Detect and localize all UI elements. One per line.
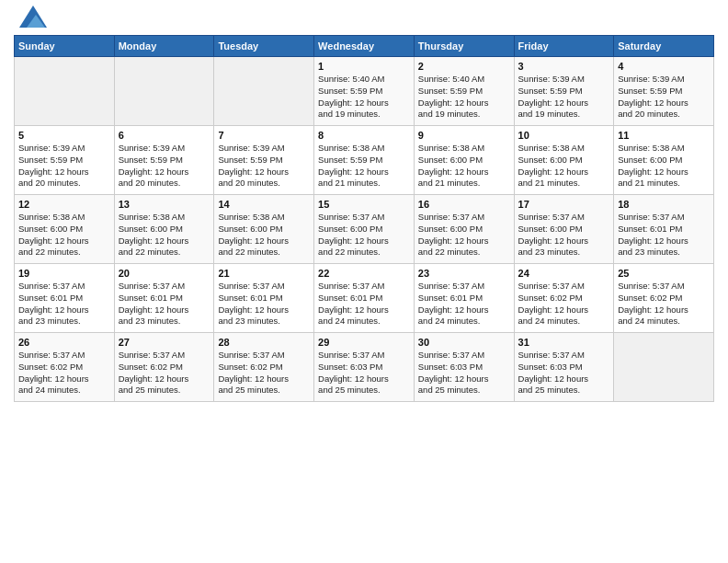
calendar-body: 1Sunrise: 5:40 AMSunset: 5:59 PMDaylight… <box>15 57 714 402</box>
day-cell <box>114 57 214 126</box>
day-info: Sunrise: 5:37 AMSunset: 6:03 PMDaylight:… <box>418 350 510 396</box>
header-cell-tuesday: Tuesday <box>214 36 314 57</box>
day-info: Sunrise: 5:37 AMSunset: 6:02 PMDaylight:… <box>518 281 610 327</box>
day-info: Sunrise: 5:37 AMSunset: 6:03 PMDaylight:… <box>318 350 410 396</box>
day-info: Sunrise: 5:37 AMSunset: 6:00 PMDaylight:… <box>318 212 410 259</box>
day-number: 4 <box>618 61 710 72</box>
day-number: 23 <box>418 268 510 279</box>
day-cell: 30Sunrise: 5:37 AMSunset: 6:03 PMDayligh… <box>414 333 514 402</box>
day-number: 25 <box>618 268 710 279</box>
day-info: Sunrise: 5:39 AMSunset: 5:59 PMDaylight:… <box>618 74 710 121</box>
day-info: Sunrise: 5:37 AMSunset: 6:01 PMDaylight:… <box>218 281 310 327</box>
day-cell: 12Sunrise: 5:38 AMSunset: 6:00 PMDayligh… <box>15 195 115 264</box>
day-cell <box>614 333 714 402</box>
day-info: Sunrise: 5:38 AMSunset: 6:00 PMDaylight:… <box>518 143 610 190</box>
header-cell-saturday: Saturday <box>614 36 714 57</box>
calendar-table: SundayMondayTuesdayWednesdayThursdayFrid… <box>14 35 714 402</box>
header-row: SundayMondayTuesdayWednesdayThursdayFrid… <box>15 36 714 57</box>
calendar-header: SundayMondayTuesdayWednesdayThursdayFrid… <box>15 36 714 57</box>
day-info: Sunrise: 5:39 AMSunset: 5:59 PMDaylight:… <box>218 143 310 190</box>
header <box>14 9 714 28</box>
day-cell: 10Sunrise: 5:38 AMSunset: 6:00 PMDayligh… <box>514 126 614 195</box>
day-number: 10 <box>518 130 610 141</box>
day-cell: 5Sunrise: 5:39 AMSunset: 5:59 PMDaylight… <box>15 126 115 195</box>
day-number: 15 <box>318 199 410 210</box>
day-number: 7 <box>218 130 310 141</box>
day-info: Sunrise: 5:39 AMSunset: 5:59 PMDaylight:… <box>518 74 610 121</box>
day-number: 2 <box>418 61 510 72</box>
logo-icon <box>19 6 47 28</box>
day-info: Sunrise: 5:37 AMSunset: 6:01 PMDaylight:… <box>418 281 510 327</box>
day-cell <box>214 57 314 126</box>
day-number: 11 <box>618 130 710 141</box>
day-number: 24 <box>518 268 610 279</box>
day-cell: 1Sunrise: 5:40 AMSunset: 5:59 PMDaylight… <box>314 57 415 126</box>
day-number: 1 <box>318 61 410 72</box>
day-info: Sunrise: 5:38 AMSunset: 6:00 PMDaylight:… <box>119 212 210 259</box>
day-number: 31 <box>518 337 610 348</box>
day-cell <box>15 57 115 126</box>
day-cell: 15Sunrise: 5:37 AMSunset: 6:00 PMDayligh… <box>314 195 415 264</box>
day-info: Sunrise: 5:38 AMSunset: 6:00 PMDaylight:… <box>218 212 310 259</box>
day-number: 19 <box>18 268 110 279</box>
day-number: 13 <box>119 199 210 210</box>
day-info: Sunrise: 5:39 AMSunset: 5:59 PMDaylight:… <box>18 143 110 190</box>
day-cell: 17Sunrise: 5:37 AMSunset: 6:00 PMDayligh… <box>514 195 614 264</box>
day-cell: 9Sunrise: 5:38 AMSunset: 6:00 PMDaylight… <box>414 126 514 195</box>
day-number: 16 <box>418 199 510 210</box>
day-number: 21 <box>218 268 310 279</box>
day-cell: 14Sunrise: 5:38 AMSunset: 6:00 PMDayligh… <box>214 195 314 264</box>
day-info: Sunrise: 5:38 AMSunset: 6:00 PMDaylight:… <box>418 143 510 190</box>
page: SundayMondayTuesdayWednesdayThursdayFrid… <box>0 0 728 563</box>
header-cell-wednesday: Wednesday <box>314 36 415 57</box>
day-cell: 6Sunrise: 5:39 AMSunset: 5:59 PMDaylight… <box>114 126 214 195</box>
day-number: 14 <box>218 199 310 210</box>
day-info: Sunrise: 5:38 AMSunset: 6:00 PMDaylight:… <box>18 212 110 259</box>
day-info: Sunrise: 5:38 AMSunset: 5:59 PMDaylight:… <box>318 143 410 190</box>
day-cell: 2Sunrise: 5:40 AMSunset: 5:59 PMDaylight… <box>414 57 514 126</box>
day-info: Sunrise: 5:40 AMSunset: 5:59 PMDaylight:… <box>418 74 510 121</box>
day-info: Sunrise: 5:37 AMSunset: 6:02 PMDaylight:… <box>618 281 710 327</box>
day-cell: 31Sunrise: 5:37 AMSunset: 6:03 PMDayligh… <box>514 333 614 402</box>
day-cell: 11Sunrise: 5:38 AMSunset: 6:00 PMDayligh… <box>614 126 714 195</box>
day-number: 17 <box>518 199 610 210</box>
day-cell: 24Sunrise: 5:37 AMSunset: 6:02 PMDayligh… <box>514 264 614 333</box>
week-row-1: 1Sunrise: 5:40 AMSunset: 5:59 PMDaylight… <box>15 57 714 126</box>
day-cell: 29Sunrise: 5:37 AMSunset: 6:03 PMDayligh… <box>314 333 415 402</box>
day-number: 9 <box>418 130 510 141</box>
day-cell: 4Sunrise: 5:39 AMSunset: 5:59 PMDaylight… <box>614 57 714 126</box>
day-info: Sunrise: 5:37 AMSunset: 6:02 PMDaylight:… <box>119 350 210 396</box>
week-row-4: 19Sunrise: 5:37 AMSunset: 6:01 PMDayligh… <box>15 264 714 333</box>
day-cell: 27Sunrise: 5:37 AMSunset: 6:02 PMDayligh… <box>114 333 214 402</box>
day-cell: 20Sunrise: 5:37 AMSunset: 6:01 PMDayligh… <box>114 264 214 333</box>
day-info: Sunrise: 5:39 AMSunset: 5:59 PMDaylight:… <box>119 143 210 190</box>
day-info: Sunrise: 5:37 AMSunset: 6:02 PMDaylight:… <box>18 350 110 396</box>
day-cell: 25Sunrise: 5:37 AMSunset: 6:02 PMDayligh… <box>614 264 714 333</box>
day-cell: 16Sunrise: 5:37 AMSunset: 6:00 PMDayligh… <box>414 195 514 264</box>
day-number: 29 <box>318 337 410 348</box>
header-cell-monday: Monday <box>114 36 214 57</box>
week-row-2: 5Sunrise: 5:39 AMSunset: 5:59 PMDaylight… <box>15 126 714 195</box>
day-info: Sunrise: 5:37 AMSunset: 6:00 PMDaylight:… <box>518 212 610 259</box>
day-cell: 26Sunrise: 5:37 AMSunset: 6:02 PMDayligh… <box>15 333 115 402</box>
day-number: 8 <box>318 130 410 141</box>
day-number: 22 <box>318 268 410 279</box>
day-number: 5 <box>18 130 110 141</box>
day-cell: 8Sunrise: 5:38 AMSunset: 5:59 PMDaylight… <box>314 126 415 195</box>
day-cell: 21Sunrise: 5:37 AMSunset: 6:01 PMDayligh… <box>214 264 314 333</box>
day-cell: 19Sunrise: 5:37 AMSunset: 6:01 PMDayligh… <box>15 264 115 333</box>
day-cell: 7Sunrise: 5:39 AMSunset: 5:59 PMDaylight… <box>214 126 314 195</box>
week-row-5: 26Sunrise: 5:37 AMSunset: 6:02 PMDayligh… <box>15 333 714 402</box>
header-cell-friday: Friday <box>514 36 614 57</box>
header-cell-thursday: Thursday <box>414 36 514 57</box>
day-cell: 23Sunrise: 5:37 AMSunset: 6:01 PMDayligh… <box>414 264 514 333</box>
day-info: Sunrise: 5:38 AMSunset: 6:00 PMDaylight:… <box>618 143 710 190</box>
day-info: Sunrise: 5:37 AMSunset: 6:00 PMDaylight:… <box>418 212 510 259</box>
day-number: 27 <box>119 337 210 348</box>
day-cell: 28Sunrise: 5:37 AMSunset: 6:02 PMDayligh… <box>214 333 314 402</box>
day-info: Sunrise: 5:37 AMSunset: 6:01 PMDaylight:… <box>618 212 710 259</box>
day-number: 26 <box>18 337 110 348</box>
day-info: Sunrise: 5:37 AMSunset: 6:01 PMDaylight:… <box>119 281 210 327</box>
day-cell: 22Sunrise: 5:37 AMSunset: 6:01 PMDayligh… <box>314 264 415 333</box>
day-info: Sunrise: 5:37 AMSunset: 6:02 PMDaylight:… <box>218 350 310 396</box>
